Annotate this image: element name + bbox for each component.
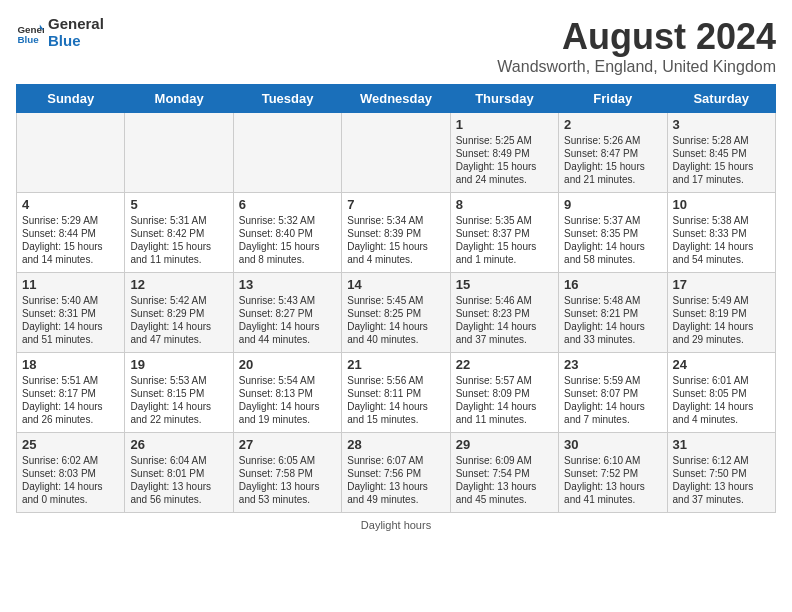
cell-info: Daylight: 14 hours and 44 minutes. xyxy=(239,320,336,346)
cell-info: Daylight: 14 hours and 47 minutes. xyxy=(130,320,227,346)
cell-info: Sunrise: 6:04 AM xyxy=(130,454,227,467)
cell-info: Sunrise: 5:35 AM xyxy=(456,214,553,227)
week-row-3: 11Sunrise: 5:40 AMSunset: 8:31 PMDayligh… xyxy=(17,273,776,353)
date-number: 7 xyxy=(347,197,444,212)
calendar-cell: 30Sunrise: 6:10 AMSunset: 7:52 PMDayligh… xyxy=(559,433,667,513)
calendar-cell: 18Sunrise: 5:51 AMSunset: 8:17 PMDayligh… xyxy=(17,353,125,433)
cell-info: Daylight: 14 hours and 58 minutes. xyxy=(564,240,661,266)
cell-info: Sunrise: 5:43 AM xyxy=(239,294,336,307)
date-number: 15 xyxy=(456,277,553,292)
cell-info: Daylight: 14 hours and 40 minutes. xyxy=(347,320,444,346)
date-number: 4 xyxy=(22,197,119,212)
cell-info: Sunset: 8:05 PM xyxy=(673,387,770,400)
cell-info: Sunrise: 5:46 AM xyxy=(456,294,553,307)
cell-info: Sunrise: 6:01 AM xyxy=(673,374,770,387)
cell-info: Daylight: 13 hours and 53 minutes. xyxy=(239,480,336,506)
date-number: 26 xyxy=(130,437,227,452)
date-number: 29 xyxy=(456,437,553,452)
date-number: 18 xyxy=(22,357,119,372)
cell-info: Sunset: 8:47 PM xyxy=(564,147,661,160)
logo-icon: General Blue xyxy=(16,19,44,47)
cell-info: Sunrise: 5:57 AM xyxy=(456,374,553,387)
calendar-cell: 31Sunrise: 6:12 AMSunset: 7:50 PMDayligh… xyxy=(667,433,775,513)
week-row-5: 25Sunrise: 6:02 AMSunset: 8:03 PMDayligh… xyxy=(17,433,776,513)
calendar-cell: 1Sunrise: 5:25 AMSunset: 8:49 PMDaylight… xyxy=(450,113,558,193)
date-number: 3 xyxy=(673,117,770,132)
date-number: 31 xyxy=(673,437,770,452)
week-row-4: 18Sunrise: 5:51 AMSunset: 8:17 PMDayligh… xyxy=(17,353,776,433)
cell-info: Daylight: 14 hours and 29 minutes. xyxy=(673,320,770,346)
cell-info: Sunset: 8:39 PM xyxy=(347,227,444,240)
day-header-friday: Friday xyxy=(559,85,667,113)
cell-info: Sunrise: 5:34 AM xyxy=(347,214,444,227)
svg-text:Blue: Blue xyxy=(17,33,39,44)
cell-info: Sunset: 7:54 PM xyxy=(456,467,553,480)
logo-general: General xyxy=(48,15,104,32)
date-number: 11 xyxy=(22,277,119,292)
cell-info: Sunrise: 5:25 AM xyxy=(456,134,553,147)
cell-info: Sunset: 7:50 PM xyxy=(673,467,770,480)
date-number: 19 xyxy=(130,357,227,372)
cell-info: Sunrise: 5:56 AM xyxy=(347,374,444,387)
cell-info: Sunset: 8:31 PM xyxy=(22,307,119,320)
cell-info: Daylight: 14 hours and 37 minutes. xyxy=(456,320,553,346)
cell-info: Sunrise: 5:45 AM xyxy=(347,294,444,307)
cell-info: Sunset: 8:29 PM xyxy=(130,307,227,320)
date-number: 24 xyxy=(673,357,770,372)
calendar-cell: 6Sunrise: 5:32 AMSunset: 8:40 PMDaylight… xyxy=(233,193,341,273)
calendar-cell: 25Sunrise: 6:02 AMSunset: 8:03 PMDayligh… xyxy=(17,433,125,513)
cell-info: Sunrise: 6:05 AM xyxy=(239,454,336,467)
cell-info: Daylight: 15 hours and 21 minutes. xyxy=(564,160,661,186)
cell-info: Sunset: 8:35 PM xyxy=(564,227,661,240)
date-number: 16 xyxy=(564,277,661,292)
calendar-cell: 5Sunrise: 5:31 AMSunset: 8:42 PMDaylight… xyxy=(125,193,233,273)
calendar-cell: 21Sunrise: 5:56 AMSunset: 8:11 PMDayligh… xyxy=(342,353,450,433)
calendar-cell: 15Sunrise: 5:46 AMSunset: 8:23 PMDayligh… xyxy=(450,273,558,353)
logo: General Blue General Blue xyxy=(16,16,104,49)
date-number: 2 xyxy=(564,117,661,132)
cell-info: Daylight: 14 hours and 22 minutes. xyxy=(130,400,227,426)
date-number: 30 xyxy=(564,437,661,452)
date-number: 14 xyxy=(347,277,444,292)
cell-info: Daylight: 14 hours and 0 minutes. xyxy=(22,480,119,506)
cell-info: Sunrise: 5:31 AM xyxy=(130,214,227,227)
day-header-thursday: Thursday xyxy=(450,85,558,113)
cell-info: Daylight: 14 hours and 54 minutes. xyxy=(673,240,770,266)
date-number: 8 xyxy=(456,197,553,212)
cell-info: Sunrise: 6:10 AM xyxy=(564,454,661,467)
date-number: 21 xyxy=(347,357,444,372)
calendar-cell xyxy=(342,113,450,193)
date-number: 20 xyxy=(239,357,336,372)
cell-info: Sunrise: 6:09 AM xyxy=(456,454,553,467)
cell-info: Sunrise: 6:12 AM xyxy=(673,454,770,467)
date-number: 25 xyxy=(22,437,119,452)
calendar-cell: 4Sunrise: 5:29 AMSunset: 8:44 PMDaylight… xyxy=(17,193,125,273)
footer-note: Daylight hours xyxy=(16,519,776,531)
calendar-cell: 20Sunrise: 5:54 AMSunset: 8:13 PMDayligh… xyxy=(233,353,341,433)
cell-info: Sunset: 8:11 PM xyxy=(347,387,444,400)
cell-info: Daylight: 15 hours and 8 minutes. xyxy=(239,240,336,266)
calendar-cell: 16Sunrise: 5:48 AMSunset: 8:21 PMDayligh… xyxy=(559,273,667,353)
cell-info: Daylight: 15 hours and 14 minutes. xyxy=(22,240,119,266)
cell-info: Daylight: 14 hours and 26 minutes. xyxy=(22,400,119,426)
cell-info: Daylight: 15 hours and 17 minutes. xyxy=(673,160,770,186)
cell-info: Sunrise: 5:32 AM xyxy=(239,214,336,227)
cell-info: Sunset: 7:56 PM xyxy=(347,467,444,480)
day-header-tuesday: Tuesday xyxy=(233,85,341,113)
calendar-cell xyxy=(125,113,233,193)
calendar-cell: 29Sunrise: 6:09 AMSunset: 7:54 PMDayligh… xyxy=(450,433,558,513)
calendar-cell: 10Sunrise: 5:38 AMSunset: 8:33 PMDayligh… xyxy=(667,193,775,273)
calendar-cell: 2Sunrise: 5:26 AMSunset: 8:47 PMDaylight… xyxy=(559,113,667,193)
date-number: 17 xyxy=(673,277,770,292)
cell-info: Sunrise: 5:49 AM xyxy=(673,294,770,307)
cell-info: Sunset: 8:17 PM xyxy=(22,387,119,400)
cell-info: Sunset: 8:37 PM xyxy=(456,227,553,240)
cell-info: Sunrise: 5:26 AM xyxy=(564,134,661,147)
calendar-cell: 28Sunrise: 6:07 AMSunset: 7:56 PMDayligh… xyxy=(342,433,450,513)
cell-info: Daylight: 15 hours and 4 minutes. xyxy=(347,240,444,266)
cell-info: Sunrise: 6:02 AM xyxy=(22,454,119,467)
calendar-cell: 22Sunrise: 5:57 AMSunset: 8:09 PMDayligh… xyxy=(450,353,558,433)
cell-info: Sunrise: 5:40 AM xyxy=(22,294,119,307)
cell-info: Sunrise: 5:51 AM xyxy=(22,374,119,387)
cell-info: Sunset: 8:21 PM xyxy=(564,307,661,320)
